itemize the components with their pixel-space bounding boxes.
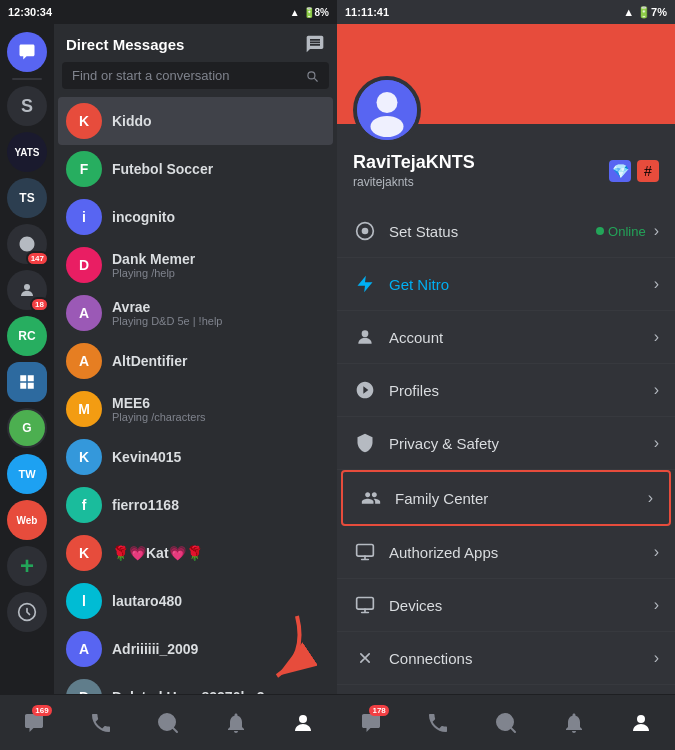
dm-item-1[interactable]: F Futebol Soccer: [58, 145, 333, 193]
svg-point-10: [377, 92, 398, 113]
get-nitro-icon: [353, 272, 377, 296]
dm-title: Direct Messages: [66, 36, 184, 53]
connections-label: Connections: [389, 650, 646, 667]
nav-search-right[interactable]: [484, 701, 528, 745]
badge-nitro: 💎: [609, 160, 631, 182]
sidebar-divider: [12, 78, 42, 80]
dm-list: K Kiddo F Futebol Soccer i incognito D D…: [54, 97, 337, 694]
dm-item-4[interactable]: A Avrae Playing D&D 5e | !help: [58, 289, 333, 337]
sidebar: S YATS TS 147 18 RC G TW Web +: [0, 24, 54, 694]
svg-point-0: [24, 284, 30, 290]
dm-item-7[interactable]: K Kevin4015: [58, 433, 333, 481]
svg-rect-15: [357, 545, 374, 557]
nav-calls-left[interactable]: [79, 701, 123, 745]
nav-search-left[interactable]: [146, 701, 190, 745]
nav-calls-right[interactable]: [416, 701, 460, 745]
dm-avatar-8: f: [66, 487, 102, 523]
dm-avatar-9: K: [66, 535, 102, 571]
dm-name-7: Kevin4015: [112, 449, 325, 465]
authorized-apps-label: Authorized Apps: [389, 544, 646, 561]
dm-info-6: MEE6 Playing /characters: [112, 395, 325, 423]
settings-item-connections[interactable]: Connections ›: [337, 632, 675, 685]
dm-avatar-6: M: [66, 391, 102, 427]
left-panel: 12:30:34 ▲ 🔋8% S YATS TS 147 18 RC: [0, 0, 337, 750]
dm-item-9[interactable]: K 🌹💗Kat💗🌹: [58, 529, 333, 577]
dm-avatar-2: i: [66, 199, 102, 235]
time-right: 11:11:41: [345, 6, 389, 18]
sidebar-server-tw[interactable]: TW: [7, 454, 47, 494]
dm-avatar-11: A: [66, 631, 102, 667]
dm-avatar-7: K: [66, 439, 102, 475]
connections-icon: [353, 646, 377, 670]
settings-item-profiles[interactable]: Profiles ›: [337, 364, 675, 417]
settings-item-authorized-apps[interactable]: Authorized Apps ›: [337, 526, 675, 579]
nav-profile-left[interactable]: [281, 701, 325, 745]
family-center-icon: [359, 486, 383, 510]
sidebar-server-green[interactable]: G: [7, 408, 47, 448]
sidebar-server-badge2[interactable]: 18: [7, 270, 47, 310]
profile-name: RaviTejaKNTS: [353, 152, 475, 173]
profile-tag: ravitejaknts: [353, 175, 475, 189]
settings-item-get-nitro[interactable]: Get Nitro ›: [337, 258, 675, 311]
profiles-chevron: ›: [654, 381, 659, 399]
dm-item-3[interactable]: D Dank Memer Playing /help: [58, 241, 333, 289]
dm-item-11[interactable]: A Adriiiiii_2009: [58, 625, 333, 673]
nav-profile-right[interactable]: [619, 701, 663, 745]
dm-name-9: 🌹💗Kat💗🌹: [112, 545, 325, 561]
search-placeholder: Find or start a conversation: [72, 68, 299, 83]
profile-badges: 💎 #: [609, 160, 659, 182]
dm-info-5: AltDentifier: [112, 353, 325, 369]
dm-item-2[interactable]: i incognito: [58, 193, 333, 241]
sidebar-add-server[interactable]: +: [7, 546, 47, 586]
dm-item-8[interactable]: f fierro1168: [58, 481, 333, 529]
sidebar-server-ts[interactable]: TS: [7, 178, 47, 218]
dm-search-bar[interactable]: Find or start a conversation: [62, 62, 329, 89]
sidebar-server-rc[interactable]: RC: [7, 316, 47, 356]
sidebar-server-yats[interactable]: YATS: [7, 132, 47, 172]
profiles-icon: [353, 378, 377, 402]
settings-item-friend-requests[interactable]: Friend Requests ›: [337, 685, 675, 694]
dm-item-10[interactable]: l lautaro480: [58, 577, 333, 625]
dm-item-5[interactable]: A AltDentifier: [58, 337, 333, 385]
sidebar-server-blue[interactable]: [7, 362, 47, 402]
sidebar-server-web[interactable]: Web: [7, 500, 47, 540]
settings-item-family-center[interactable]: Family Center ›: [341, 470, 671, 526]
new-dm-icon[interactable]: [305, 34, 325, 54]
badge-hypesquad: #: [637, 160, 659, 182]
sidebar-dm-icon[interactable]: [7, 32, 47, 72]
svg-rect-16: [357, 598, 374, 610]
sidebar-server-s[interactable]: S: [7, 86, 47, 126]
nav-notifications-right[interactable]: [552, 701, 596, 745]
nav-notifications-left[interactable]: [214, 701, 258, 745]
dm-info-3: Dank Memer Playing /help: [112, 251, 325, 279]
dm-item-0[interactable]: K Kiddo: [58, 97, 333, 145]
nav-messages-right[interactable]: 178: [349, 701, 393, 745]
settings-item-set-status[interactable]: Set Status Online ›: [337, 205, 675, 258]
sidebar-server-badge1[interactable]: 147: [7, 224, 47, 264]
sidebar-explore[interactable]: [7, 592, 47, 632]
connections-chevron: ›: [654, 649, 659, 667]
dm-info-11: Adriiiiii_2009: [112, 641, 325, 657]
online-dot: [596, 227, 604, 235]
dm-status-3: Playing /help: [112, 267, 325, 279]
dm-name-0: Kiddo: [112, 113, 325, 129]
settings-item-privacy-safety[interactable]: Privacy & Safety ›: [337, 417, 675, 470]
status-bar-left: 12:30:34 ▲ 🔋8%: [0, 0, 337, 24]
dm-item-6[interactable]: M MEE6 Playing /characters: [58, 385, 333, 433]
svg-point-8: [299, 715, 307, 723]
time-left: 12:30:34: [8, 6, 52, 18]
devices-chevron: ›: [654, 596, 659, 614]
nav-messages-left[interactable]: 169: [12, 701, 56, 745]
set-status-label: Set Status: [389, 223, 596, 240]
dm-avatar-4: A: [66, 295, 102, 331]
account-chevron: ›: [654, 328, 659, 346]
dm-name-8: fierro1168: [112, 497, 325, 513]
settings-item-account[interactable]: Account ›: [337, 311, 675, 364]
messages-badge-right: 178: [369, 705, 388, 716]
devices-label: Devices: [389, 597, 646, 614]
dm-avatar-3: D: [66, 247, 102, 283]
settings-item-devices[interactable]: Devices ›: [337, 579, 675, 632]
dm-info-10: lautaro480: [112, 593, 325, 609]
dm-item-12[interactable]: D Deleted User 82270ba3: [58, 673, 333, 694]
svg-rect-3: [20, 383, 26, 389]
